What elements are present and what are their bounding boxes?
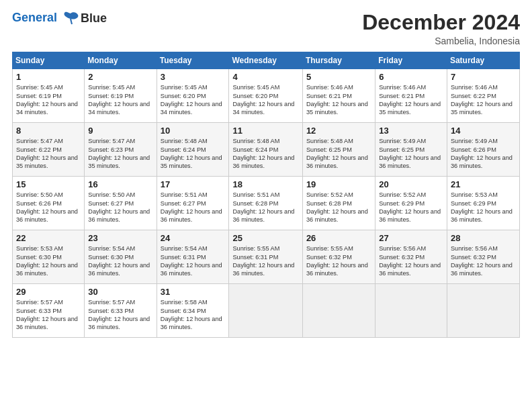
logo-general: General	[12, 11, 57, 24]
table-row: 18Sunrise: 5:51 AMSunset: 6:28 PMDayligh…	[229, 177, 302, 230]
table-row: 20Sunrise: 5:52 AMSunset: 6:29 PMDayligh…	[375, 177, 447, 230]
table-row: 30Sunrise: 5:57 AMSunset: 6:33 PMDayligh…	[85, 284, 157, 338]
day-detail: Sunrise: 5:57 AMSunset: 6:33 PMDaylight:…	[88, 299, 150, 330]
day-number: 28	[451, 233, 516, 243]
calendar-week-row: 22Sunrise: 5:53 AMSunset: 6:30 PMDayligh…	[13, 230, 520, 284]
day-number: 15	[16, 179, 81, 189]
logo-blue: Blue	[81, 11, 107, 26]
day-detail: Sunrise: 5:45 AMSunset: 6:19 PMDaylight:…	[88, 84, 150, 116]
table-row: 13Sunrise: 5:49 AMSunset: 6:25 PMDayligh…	[375, 123, 447, 177]
day-detail: Sunrise: 5:51 AMSunset: 6:28 PMDaylight:…	[232, 191, 294, 223]
day-detail: Sunrise: 5:46 AMSunset: 6:21 PMDaylight:…	[306, 84, 368, 116]
day-detail: Sunrise: 5:53 AMSunset: 6:29 PMDaylight:…	[451, 191, 513, 223]
table-row: 26Sunrise: 5:55 AMSunset: 6:32 PMDayligh…	[302, 230, 375, 284]
table-row: 31Sunrise: 5:58 AMSunset: 6:34 PMDayligh…	[157, 284, 229, 338]
day-number: 11	[232, 126, 298, 136]
calendar-week-row: 8Sunrise: 5:47 AMSunset: 6:22 PMDaylight…	[13, 123, 520, 177]
table-row: 14Sunrise: 5:49 AMSunset: 6:26 PMDayligh…	[447, 123, 519, 177]
table-row: 7Sunrise: 5:46 AMSunset: 6:22 PMDaylight…	[447, 69, 519, 123]
day-detail: Sunrise: 5:45 AMSunset: 6:19 PMDaylight:…	[16, 84, 78, 116]
day-number: 24	[161, 233, 226, 243]
table-row	[302, 284, 375, 338]
day-number: 20	[379, 179, 443, 189]
day-detail: Sunrise: 5:47 AMSunset: 6:22 PMDaylight:…	[16, 138, 78, 169]
table-row: 9Sunrise: 5:47 AMSunset: 6:23 PMDaylight…	[85, 123, 157, 177]
day-detail: Sunrise: 5:48 AMSunset: 6:25 PMDaylight:…	[306, 138, 368, 169]
table-row: 5Sunrise: 5:46 AMSunset: 6:21 PMDaylight…	[302, 69, 375, 123]
header-wednesday: Wednesday	[229, 52, 302, 69]
logo-bird-icon	[62, 11, 79, 26]
day-detail: Sunrise: 5:52 AMSunset: 6:29 PMDaylight:…	[379, 191, 441, 223]
day-detail: Sunrise: 5:49 AMSunset: 6:25 PMDaylight:…	[379, 138, 441, 169]
table-row: 27Sunrise: 5:56 AMSunset: 6:32 PMDayligh…	[375, 230, 447, 284]
page: General Blue December 2024 Sambelia, Ind…	[0, 0, 532, 411]
table-row: 10Sunrise: 5:48 AMSunset: 6:24 PMDayligh…	[157, 123, 229, 177]
calendar-week-row: 15Sunrise: 5:50 AMSunset: 6:26 PMDayligh…	[13, 177, 520, 230]
table-row	[229, 284, 302, 338]
location-subtitle: Sambelia, Indonesia	[362, 36, 520, 46]
day-number: 10	[161, 126, 226, 136]
table-row: 28Sunrise: 5:56 AMSunset: 6:32 PMDayligh…	[447, 230, 519, 284]
calendar-week-row: 29Sunrise: 5:57 AMSunset: 6:33 PMDayligh…	[13, 284, 520, 338]
table-row	[375, 284, 447, 338]
day-number: 12	[306, 126, 371, 136]
table-row: 2Sunrise: 5:45 AMSunset: 6:19 PMDaylight…	[85, 69, 157, 123]
day-detail: Sunrise: 5:56 AMSunset: 6:32 PMDaylight:…	[379, 245, 441, 277]
header-tuesday: Tuesday	[157, 52, 229, 69]
day-detail: Sunrise: 5:45 AMSunset: 6:20 PMDaylight:…	[232, 84, 294, 116]
day-detail: Sunrise: 5:58 AMSunset: 6:34 PMDaylight:…	[161, 299, 222, 330]
day-number: 18	[232, 179, 298, 189]
table-row: 8Sunrise: 5:47 AMSunset: 6:22 PMDaylight…	[13, 123, 85, 177]
day-detail: Sunrise: 5:46 AMSunset: 6:21 PMDaylight:…	[379, 84, 441, 116]
calendar-table: Sunday Monday Tuesday Wednesday Thursday…	[12, 52, 520, 338]
table-row: 25Sunrise: 5:55 AMSunset: 6:31 PMDayligh…	[229, 230, 302, 284]
header: General Blue December 2024 Sambelia, Ind…	[12, 11, 520, 46]
day-detail: Sunrise: 5:49 AMSunset: 6:26 PMDaylight:…	[451, 138, 513, 169]
day-detail: Sunrise: 5:45 AMSunset: 6:20 PMDaylight:…	[161, 84, 222, 116]
day-number: 1	[16, 72, 81, 82]
day-number: 9	[88, 126, 152, 136]
day-number: 19	[306, 179, 371, 189]
table-row: 24Sunrise: 5:54 AMSunset: 6:31 PMDayligh…	[157, 230, 229, 284]
day-detail: Sunrise: 5:56 AMSunset: 6:32 PMDaylight:…	[451, 245, 513, 277]
month-title: December 2024	[362, 11, 520, 34]
logo: General Blue	[12, 11, 107, 26]
day-detail: Sunrise: 5:48 AMSunset: 6:24 PMDaylight:…	[161, 138, 222, 169]
table-row: 11Sunrise: 5:48 AMSunset: 6:24 PMDayligh…	[229, 123, 302, 177]
day-detail: Sunrise: 5:54 AMSunset: 6:30 PMDaylight:…	[88, 245, 150, 277]
table-row: 19Sunrise: 5:52 AMSunset: 6:28 PMDayligh…	[302, 177, 375, 230]
day-detail: Sunrise: 5:51 AMSunset: 6:27 PMDaylight:…	[161, 191, 222, 223]
table-row: 21Sunrise: 5:53 AMSunset: 6:29 PMDayligh…	[447, 177, 519, 230]
day-number: 22	[16, 233, 81, 243]
day-detail: Sunrise: 5:48 AMSunset: 6:24 PMDaylight:…	[232, 138, 294, 169]
day-number: 16	[88, 179, 152, 189]
logo-text: General	[12, 11, 79, 26]
calendar-header-row: Sunday Monday Tuesday Wednesday Thursday…	[13, 52, 520, 69]
table-row: 12Sunrise: 5:48 AMSunset: 6:25 PMDayligh…	[302, 123, 375, 177]
day-number: 30	[88, 287, 152, 297]
day-detail: Sunrise: 5:55 AMSunset: 6:31 PMDaylight:…	[232, 245, 294, 277]
day-number: 3	[161, 72, 226, 82]
day-number: 8	[16, 126, 81, 136]
table-row: 23Sunrise: 5:54 AMSunset: 6:30 PMDayligh…	[85, 230, 157, 284]
header-friday: Friday	[375, 52, 447, 69]
title-section: December 2024 Sambelia, Indonesia	[362, 11, 520, 46]
calendar-week-row: 1Sunrise: 5:45 AMSunset: 6:19 PMDaylight…	[13, 69, 520, 123]
day-detail: Sunrise: 5:55 AMSunset: 6:32 PMDaylight:…	[306, 245, 368, 277]
table-row: 22Sunrise: 5:53 AMSunset: 6:30 PMDayligh…	[13, 230, 85, 284]
day-number: 17	[161, 179, 226, 189]
day-number: 21	[451, 179, 516, 189]
day-detail: Sunrise: 5:52 AMSunset: 6:28 PMDaylight:…	[306, 191, 368, 223]
table-row: 4Sunrise: 5:45 AMSunset: 6:20 PMDaylight…	[229, 69, 302, 123]
header-monday: Monday	[85, 52, 157, 69]
day-number: 23	[88, 233, 152, 243]
day-number: 2	[88, 72, 152, 82]
day-number: 29	[16, 287, 81, 297]
day-number: 26	[306, 233, 371, 243]
day-detail: Sunrise: 5:57 AMSunset: 6:33 PMDaylight:…	[16, 299, 78, 330]
table-row: 3Sunrise: 5:45 AMSunset: 6:20 PMDaylight…	[157, 69, 229, 123]
table-row: 16Sunrise: 5:50 AMSunset: 6:27 PMDayligh…	[85, 177, 157, 230]
day-detail: Sunrise: 5:50 AMSunset: 6:27 PMDaylight:…	[88, 191, 150, 223]
day-number: 6	[379, 72, 443, 82]
day-number: 14	[451, 126, 516, 136]
